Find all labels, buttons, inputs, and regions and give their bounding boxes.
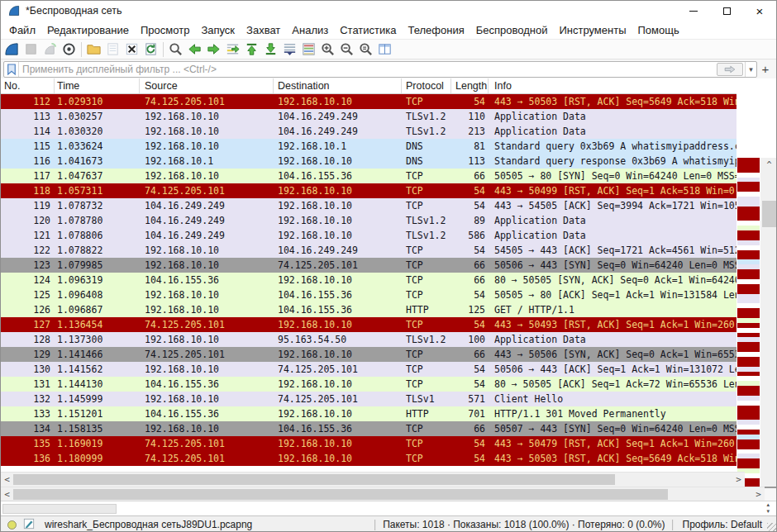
packet-row[interactable]: 1351.16901974.125.205.101192.168.10.10TC… — [1, 436, 736, 451]
colorize-button[interactable] — [299, 40, 318, 59]
go-to-packet-button[interactable] — [223, 40, 242, 59]
packet-row[interactable]: 1221.078822192.168.10.10104.16.249.249TC… — [1, 243, 736, 258]
zoom-reset-button[interactable] — [356, 40, 375, 59]
statusbar-separator — [672, 520, 674, 530]
status-bar: wireshark_Беспроводная сетьJ89DU1.pcapng… — [1, 515, 777, 532]
menu-edit[interactable]: Редактирование — [41, 24, 135, 36]
capture-comment-icon[interactable] — [23, 518, 35, 532]
zoom-in-button[interactable] — [318, 40, 337, 59]
start-capture-button[interactable] — [2, 40, 21, 59]
cell-proto: HTTP — [402, 406, 451, 421]
menu-help[interactable]: Помощь — [632, 24, 685, 36]
bookmark-icon[interactable] — [4, 62, 19, 77]
collapsed-pane-handle[interactable] — [2, 504, 117, 514]
packet-row[interactable]: 1361.18099974.125.205.101192.168.10.10TC… — [1, 451, 736, 466]
go-forward-button[interactable] — [204, 40, 223, 59]
spinner-arrows-icon[interactable]: ▴▾ — [766, 501, 770, 515]
cell-dst: 192.168.10.10 — [274, 198, 402, 213]
column-header-time[interactable]: Time — [55, 78, 140, 93]
packet-row[interactable]: 1161.041673192.168.10.1192.168.10.10DNS1… — [1, 154, 736, 169]
packet-row[interactable]: 1271.13645474.125.205.101192.168.10.10TC… — [1, 317, 736, 332]
packet-row[interactable]: 1331.151201104.16.155.36192.168.10.10HTT… — [1, 406, 736, 421]
horizontal-scrollbar-thumb[interactable] — [13, 489, 668, 500]
packet-row[interactable]: 1341.158135192.168.10.10104.16.155.36TCP… — [1, 421, 736, 436]
menu-capture[interactable]: Захват — [241, 24, 286, 36]
packet-row[interactable]: 1301.141562192.168.10.1074.125.205.101TC… — [1, 362, 736, 377]
go-back-button[interactable] — [185, 40, 204, 59]
go-to-top-button[interactable] — [242, 40, 261, 59]
packet-row[interactable]: 1321.145999192.168.10.1074.125.205.101TL… — [1, 392, 736, 406]
column-header-destination[interactable]: Destination — [274, 78, 402, 93]
resize-columns-button[interactable] — [375, 40, 394, 59]
horizontal-scrollbar-1[interactable]: < > — [1, 472, 745, 487]
go-to-bottom-button[interactable] — [261, 40, 280, 59]
save-file-button[interactable] — [103, 40, 122, 59]
expert-info-icon[interactable] — [7, 520, 17, 530]
cell-time: 1.096319 — [55, 273, 140, 287]
open-file-button[interactable] — [84, 40, 103, 59]
cell-len: 100 — [451, 332, 489, 347]
packet-row[interactable]: 1181.05731174.125.205.101192.168.10.10TC… — [1, 183, 736, 198]
scroll-right-arrow-icon[interactable]: > — [752, 489, 765, 500]
vertical-scrollbar-thumb[interactable] — [762, 201, 776, 227]
menu-analyze[interactable]: Анализ — [286, 24, 334, 36]
scroll-left-arrow-icon[interactable]: < — [1, 474, 13, 485]
packet-row[interactable]: 1171.047637192.168.10.10104.16.155.36TCP… — [1, 169, 736, 183]
cell-len: 54 — [451, 287, 489, 302]
menu-statistics[interactable]: Статистика — [334, 24, 402, 36]
display-filter-input[interactable] — [19, 64, 717, 75]
minimize-button[interactable] — [677, 1, 710, 21]
menu-tools[interactable]: Инструменты — [553, 24, 632, 36]
packet-row[interactable]: 1231.079985192.168.10.1074.125.205.101TC… — [1, 258, 736, 273]
apply-filter-button[interactable] — [717, 63, 743, 76]
vertical-scrollbar[interactable]: ^ v — [760, 158, 777, 532]
packet-row[interactable]: 1261.096867192.168.10.10104.16.155.36HTT… — [1, 302, 736, 317]
column-header-info[interactable]: Info — [489, 78, 736, 93]
horizontal-scrollbar-thumb[interactable] — [13, 474, 615, 485]
packet-row[interactable]: 1121.02931074.125.205.101192.168.10.10TC… — [1, 94, 736, 109]
find-packet-button[interactable] — [166, 40, 185, 59]
toolbar-separator — [81, 42, 82, 57]
packet-row[interactable]: 1211.078806104.16.249.249192.168.10.10TL… — [1, 228, 736, 243]
capture-options-button[interactable] — [60, 40, 79, 59]
packet-row[interactable]: 1281.137300192.168.10.1095.163.54.50TLSv… — [1, 332, 736, 347]
close-file-button[interactable] — [122, 40, 141, 59]
packet-row[interactable]: 1251.096408192.168.10.10104.16.155.36TCP… — [1, 287, 736, 302]
horizontal-scrollbar-2[interactable]: < > — [1, 487, 765, 501]
column-header-no[interactable]: No. — [1, 78, 55, 93]
filter-dropdown-caret[interactable]: ▾ — [745, 62, 756, 77]
scroll-left-arrow-icon[interactable]: < — [1, 489, 13, 500]
menu-go[interactable]: Запуск — [195, 24, 241, 36]
close-button[interactable]: × — [743, 1, 776, 21]
packet-row[interactable]: 1241.096319104.16.155.36192.168.10.10TCP… — [1, 273, 736, 287]
reload-file-button[interactable] — [141, 40, 160, 59]
profile-label[interactable]: Профиль: Default — [678, 519, 768, 530]
packet-row[interactable]: 1131.030257192.168.10.10104.16.249.249TL… — [1, 109, 736, 124]
stop-capture-button[interactable] — [21, 40, 41, 59]
cell-src: 192.168.10.10 — [140, 392, 274, 406]
add-filter-button-plus[interactable]: + — [757, 62, 774, 76]
menu-telephony[interactable]: Телефония — [402, 24, 470, 36]
column-header-length[interactable]: Length — [451, 78, 489, 93]
packet-row[interactable]: 1141.030320192.168.10.10104.16.249.249TL… — [1, 124, 736, 139]
menu-file[interactable]: Файл — [3, 24, 41, 36]
cell-dst: 104.16.155.36 — [274, 169, 402, 183]
maximize-button[interactable] — [710, 1, 743, 21]
restart-capture-button[interactable] — [41, 40, 60, 59]
cell-dst: 104.16.249.249 — [274, 124, 402, 139]
menu-wireless[interactable]: Беспроводной — [470, 24, 554, 36]
zoom-out-button[interactable] — [337, 40, 356, 59]
column-header-protocol[interactable]: Protocol — [402, 78, 451, 93]
column-header-source[interactable]: Source — [140, 78, 274, 93]
cell-src: 192.168.10.10 — [140, 169, 274, 183]
scroll-up-arrow-icon[interactable]: ^ — [760, 158, 777, 171]
menu-view[interactable]: Просмотр — [135, 24, 195, 36]
scroll-right-arrow-icon[interactable]: > — [732, 474, 745, 485]
packet-row[interactable]: 1291.14146674.125.205.101192.168.10.10TC… — [1, 347, 736, 362]
packet-row[interactable]: 1151.033624192.168.10.10192.168.10.1DNS8… — [1, 139, 736, 154]
packet-row[interactable]: 1191.078732104.16.249.249192.168.10.10TC… — [1, 198, 736, 213]
resize-grip-icon[interactable] — [767, 523, 776, 532]
packet-row[interactable]: 1201.078780104.16.249.249192.168.10.10TL… — [1, 213, 736, 228]
auto-scroll-button[interactable] — [280, 40, 299, 59]
packet-row[interactable]: 1311.144130104.16.155.36192.168.10.10TCP… — [1, 377, 736, 392]
